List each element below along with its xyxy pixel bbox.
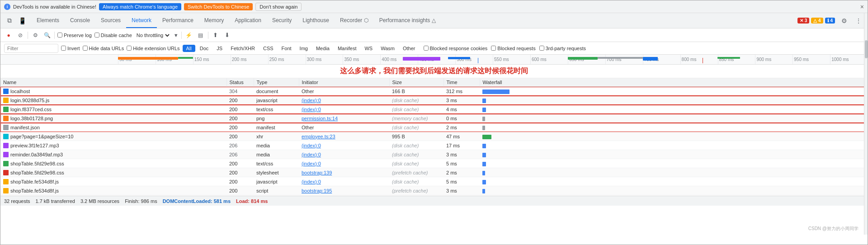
row-name-cell[interactable]: reminder.0a3849af.mp3	[0, 150, 226, 159]
row-name-cell[interactable]: page?page=1&pageSize=10	[0, 132, 226, 141]
table-row[interactable]: shopTable.5fd29e98.css200stylesheetboots…	[0, 168, 868, 177]
table-row[interactable]: manifest.json200manifestOther(disk cache…	[0, 123, 868, 132]
import-har-icon[interactable]: ⬇	[223, 31, 232, 40]
info-count-badge[interactable]: ℹ 4	[825, 18, 835, 24]
row-name-cell[interactable]: logo.38b01728.png	[0, 114, 226, 123]
row-initiator[interactable]: (index):0	[299, 105, 389, 114]
throttle-select[interactable]: No throttling Fast 3G Slow 3G	[135, 32, 171, 38]
row-name-cell[interactable]: preview.3f1fe127.mp3	[0, 141, 226, 150]
table-row[interactable]: login.90288d75.js200javascript(index):0(…	[0, 96, 868, 105]
hide-extension-urls-checkbox[interactable]	[127, 46, 132, 51]
type-btn-other[interactable]: Other	[399, 45, 419, 52]
disable-cache-checkbox[interactable]	[94, 33, 99, 38]
type-btn-manifest[interactable]: Manifest	[334, 45, 360, 52]
tab-application[interactable]: Application	[229, 13, 267, 28]
disable-cache-label[interactable]: Disable cache	[94, 33, 132, 38]
tab-sources[interactable]: Sources	[95, 13, 126, 28]
invert-checkbox[interactable]	[61, 46, 66, 51]
switch-devtools-button[interactable]: Switch DevTools to Chinese	[184, 3, 253, 10]
export-har-icon[interactable]: ⬆	[211, 31, 220, 40]
error-count-badge[interactable]: ✕ 3	[797, 18, 809, 24]
dock-icon[interactable]: ⧉	[4, 15, 15, 26]
row-initiator[interactable]: bootstrap:139	[299, 168, 389, 177]
wifi-icon[interactable]: ⚡	[184, 31, 193, 40]
row-name-cell[interactable]: login.90288d75.js	[0, 96, 226, 105]
row-initiator[interactable]: employee.ts:23	[299, 132, 389, 141]
tab-console[interactable]: Console	[65, 13, 95, 28]
row-name-cell[interactable]: shopTable.fe534d8f.js	[0, 177, 226, 186]
tab-lighthouse[interactable]: Lighthouse	[297, 13, 335, 28]
filter-input[interactable]	[4, 44, 58, 53]
blocked-cookies-label[interactable]: Blocked response cookies	[424, 46, 488, 51]
table-row[interactable]: shopTable.5fd29e98.css200text/css(index)…	[0, 159, 868, 168]
clear-button[interactable]: ⊘	[16, 31, 25, 40]
row-name-cell[interactable]: login.f8377ced.css	[0, 105, 226, 114]
col-header-status[interactable]: Status	[226, 78, 254, 87]
col-header-time[interactable]: Time	[443, 78, 480, 87]
table-row[interactable]: page?page=1&pageSize=10200xhremployee.ts…	[0, 132, 868, 141]
tab-performance-insights[interactable]: Performance insights △	[374, 13, 441, 28]
type-btn-js[interactable]: JS	[213, 45, 226, 52]
tab-security[interactable]: Security	[267, 13, 297, 28]
row-initiator[interactable]: bootstrap:195	[299, 186, 389, 195]
table-row[interactable]: shopTable.fe534d8f.js200javascript(index…	[0, 177, 868, 186]
type-btn-font[interactable]: Font	[278, 45, 295, 52]
search-button[interactable]: 🔍	[42, 31, 52, 40]
col-header-initiator[interactable]: Initiator	[299, 78, 389, 87]
row-initiator[interactable]: (index):0	[299, 150, 389, 159]
tab-network[interactable]: Network	[126, 13, 157, 28]
record-button[interactable]: ●	[4, 31, 13, 40]
row-initiator[interactable]: (index):0	[299, 159, 389, 168]
hide-data-urls-checkbox[interactable]	[83, 46, 88, 51]
match-language-button[interactable]: Always match Chrome's language	[99, 3, 181, 10]
hide-data-urls-label[interactable]: Hide data URLs	[83, 46, 124, 51]
mobile-icon[interactable]: 📱	[17, 15, 28, 26]
row-initiator[interactable]: (index):0	[299, 177, 389, 186]
type-btn-media[interactable]: Media	[312, 45, 333, 52]
col-header-size[interactable]: Size	[389, 78, 443, 87]
row-initiator[interactable]: permission.ts:14	[299, 114, 389, 123]
network-table-container[interactable]: Name Status Type Initiator Size Time Wat…	[0, 78, 868, 196]
col-header-waterfall[interactable]: Waterfall	[480, 78, 868, 87]
row-name-cell[interactable]: shopTable.5fd29e98.css	[0, 168, 226, 177]
row-initiator[interactable]: (index):0	[299, 96, 389, 105]
row-name-cell[interactable]: manifest.json	[0, 123, 226, 132]
type-btn-css[interactable]: CSS	[259, 45, 277, 52]
table-row[interactable]: login.f8377ced.css200text/css(index):0(d…	[0, 105, 868, 114]
type-btn-wasm[interactable]: Wasm	[377, 45, 398, 52]
scroll-thumb[interactable]	[865, 40, 868, 58]
tab-recorder[interactable]: Recorder ⬡	[335, 13, 374, 28]
type-btn-doc[interactable]: Doc	[196, 45, 212, 52]
settings-icon[interactable]: ⚙	[839, 15, 849, 26]
type-btn-img[interactable]: Img	[296, 45, 311, 52]
invert-label[interactable]: Invert	[61, 46, 80, 51]
filter-button[interactable]: ⚙	[31, 31, 40, 40]
type-btn-all[interactable]: All	[183, 45, 195, 52]
warning-count-badge[interactable]: △ 4	[811, 18, 823, 24]
type-btn-ws[interactable]: WS	[361, 45, 376, 52]
blocked-requests-label[interactable]: Blocked requests	[491, 46, 535, 51]
preserve-log-label[interactable]: Preserve log	[57, 33, 92, 38]
table-row[interactable]: shopTable.fe534d8f.js200scriptbootstrap:…	[0, 186, 868, 195]
hide-extension-urls-label[interactable]: Hide extension URLs	[127, 46, 179, 51]
table-row[interactable]: reminder.0a3849af.mp3206media(index):0(d…	[0, 150, 868, 159]
table-row[interactable]: preview.3f1fe127.mp3206media(index):0(di…	[0, 141, 868, 150]
row-name-cell[interactable]: shopTable.fe534d8f.js	[0, 186, 226, 195]
tab-performance[interactable]: Performance	[157, 13, 199, 28]
tab-elements[interactable]: Elements	[31, 13, 65, 28]
tab-memory[interactable]: Memory	[199, 13, 229, 28]
col-header-name[interactable]: Name	[0, 78, 226, 87]
preserve-log-checkbox[interactable]	[57, 33, 62, 38]
throttle-icon[interactable]: ▤	[196, 31, 205, 40]
row-initiator[interactable]: (index):0	[299, 141, 389, 150]
table-row[interactable]: localhost304documentOther166 B312 ms	[0, 87, 868, 96]
third-party-checkbox[interactable]	[539, 46, 544, 51]
third-party-label[interactable]: 3rd-party requests	[539, 46, 586, 51]
blocked-cookies-checkbox[interactable]	[424, 46, 429, 51]
more-options-icon[interactable]: ⋮	[853, 15, 864, 26]
notification-close-icon[interactable]: ×	[860, 3, 864, 10]
row-name-cell[interactable]: localhost	[0, 87, 226, 96]
dont-show-button[interactable]: Don't show again	[255, 3, 302, 11]
blocked-requests-checkbox[interactable]	[491, 46, 496, 51]
side-scrollbar[interactable]	[864, 13, 868, 235]
